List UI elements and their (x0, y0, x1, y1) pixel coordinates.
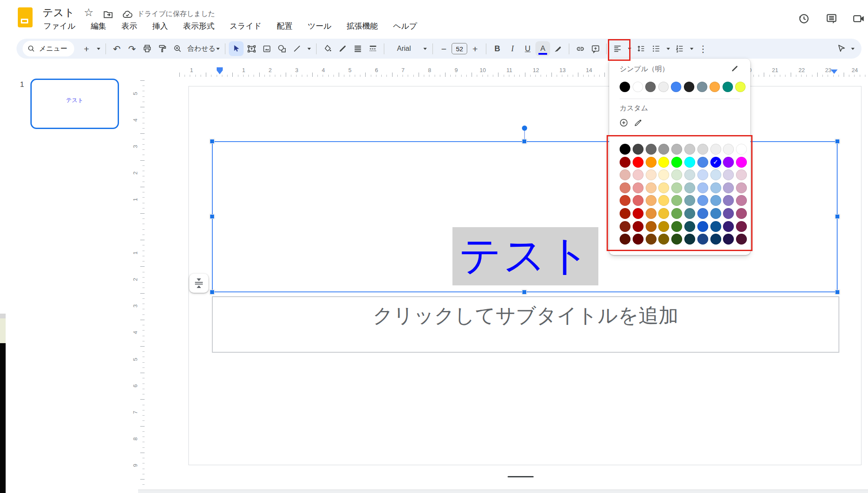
theme-color-swatch-6[interactable] (684, 82, 694, 92)
paint-format-button[interactable] (155, 41, 170, 56)
new-slide-dropdown[interactable] (94, 41, 102, 56)
border-dash-button[interactable] (366, 41, 380, 56)
menu-item-6[interactable]: スライド (228, 20, 264, 32)
theme-color-swatch-2[interactable] (633, 82, 643, 92)
text-box-button[interactable] (244, 41, 259, 56)
redo-button[interactable]: ↷ (125, 41, 139, 56)
ruler-number: 5 (132, 92, 139, 95)
vertical-ruler: 54321123456789 (133, 77, 145, 490)
fit-zoom-select[interactable]: 合わせる (185, 41, 221, 56)
print-button[interactable] (140, 41, 155, 56)
bulleted-list-button[interactable] (649, 41, 663, 56)
ruler-number: 1 (132, 251, 139, 255)
theme-color-swatch-5[interactable] (671, 82, 681, 92)
insert-image-button[interactable] (259, 41, 274, 56)
toolbar-divider (432, 43, 433, 54)
chevron-down-icon (667, 48, 670, 50)
resize-handle-sw[interactable] (210, 290, 215, 294)
bulleted-list-dropdown[interactable] (664, 41, 672, 56)
theme-color-swatch-9[interactable] (723, 82, 733, 92)
comments-icon[interactable] (825, 12, 838, 25)
menu-item-8[interactable]: ツール (306, 20, 333, 32)
rotation-handle[interactable] (522, 126, 527, 131)
toolbar-divider (606, 43, 607, 54)
add-custom-color-icon[interactable] (619, 118, 629, 128)
menu-item-5[interactable]: 表示形式 (182, 20, 216, 32)
ruler-number: 14 (586, 67, 592, 73)
zoom-button[interactable] (170, 41, 185, 56)
insert-line-button[interactable] (290, 41, 304, 56)
speaker-notes-resize-handle[interactable] (508, 476, 534, 477)
menu-item-2[interactable]: 編集 (89, 20, 108, 32)
edit-theme-colors-icon[interactable] (730, 64, 739, 73)
theme-color-swatch-3[interactable] (645, 82, 656, 92)
search-menus-button[interactable]: メニュー (23, 41, 74, 56)
menu-item-3[interactable]: 表示 (120, 20, 139, 32)
menu-item-4[interactable]: 挿入 (151, 20, 170, 32)
font-size-input[interactable]: 52 (452, 43, 467, 54)
text-color-button[interactable]: A (535, 41, 550, 56)
insert-link-button[interactable] (573, 41, 587, 56)
border-weight-button[interactable] (350, 41, 365, 56)
resize-handle-w[interactable] (210, 214, 215, 219)
bold-button[interactable]: B (490, 41, 505, 56)
resize-handle-ne[interactable] (835, 139, 840, 144)
theme-color-swatch-7[interactable] (697, 82, 707, 92)
indent-marker-left[interactable] (217, 67, 223, 70)
resize-handle-s[interactable] (522, 290, 527, 294)
undo-button[interactable]: ↶ (109, 41, 124, 56)
slide-filmstrip: 1 テスト (0, 66, 133, 490)
slides-logo-icon[interactable] (18, 7, 33, 27)
more-options-button[interactable]: ⋮ (696, 41, 710, 56)
menu-item-7[interactable]: 配置 (275, 20, 294, 32)
theme-color-swatch-10[interactable] (735, 82, 746, 92)
custom-section-label: カスタム (620, 104, 648, 113)
star-icon[interactable]: ☆ (84, 6, 93, 19)
italic-button[interactable]: I (505, 41, 520, 56)
line-dropdown[interactable] (305, 41, 313, 56)
document-title[interactable]: テスト (43, 6, 75, 20)
menu-item-1[interactable]: ファイル (42, 20, 77, 32)
laser-pointer-button[interactable] (834, 41, 849, 56)
highlight-color-button[interactable] (551, 41, 565, 56)
eyedropper-icon[interactable] (633, 118, 643, 128)
ruler-number: 6 (375, 67, 378, 73)
font-family-dropdown[interactable] (420, 41, 429, 56)
fill-color-button[interactable] (320, 41, 335, 56)
autofit-options-button[interactable] (189, 274, 208, 293)
resize-handle-nw[interactable] (210, 139, 215, 144)
increase-font-size-button[interactable]: + (468, 41, 482, 56)
new-slide-button[interactable]: + (79, 41, 94, 56)
ruler-number: 21 (772, 67, 778, 73)
subtitle-text-box[interactable]: クリックしてサブタイトルを追加 (212, 296, 839, 353)
menu-item-9[interactable]: 拡張機能 (345, 20, 380, 32)
version-history-icon[interactable] (797, 12, 810, 25)
meet-camera-icon[interactable] (852, 12, 866, 25)
resize-handle-e[interactable] (835, 214, 840, 219)
font-family-select[interactable]: Arial (388, 41, 420, 56)
slide-thumbnail[interactable]: テスト (30, 79, 119, 129)
ruler-number: 24 (851, 67, 858, 73)
resize-handle-se[interactable] (835, 290, 840, 294)
move-to-folder-icon[interactable] (102, 9, 114, 20)
line-spacing-button[interactable] (634, 41, 648, 56)
ruler-number: 9 (455, 67, 458, 73)
select-tool-button[interactable] (229, 41, 244, 56)
decrease-font-size-button[interactable]: − (436, 41, 451, 56)
background-window-edge (0, 314, 6, 318)
underline-button[interactable]: U (520, 41, 535, 56)
theme-color-swatch-1[interactable] (620, 82, 630, 92)
theme-color-swatch-8[interactable] (710, 82, 720, 92)
laser-pointer-dropdown[interactable] (849, 41, 855, 56)
slide-title-text[interactable]: テスト (452, 227, 598, 285)
menu-item-10[interactable]: ヘルプ (391, 20, 419, 32)
insert-shape-button[interactable] (274, 41, 289, 56)
cloud-saved-icon[interactable] (122, 9, 133, 20)
resize-handle-n[interactable] (522, 139, 527, 144)
add-comment-button[interactable] (588, 41, 603, 56)
indent-marker-right[interactable] (831, 69, 838, 74)
numbered-list-button[interactable] (672, 41, 687, 56)
theme-color-swatch-4[interactable] (658, 82, 669, 92)
border-color-button[interactable] (335, 41, 350, 56)
numbered-list-dropdown[interactable] (687, 41, 695, 56)
